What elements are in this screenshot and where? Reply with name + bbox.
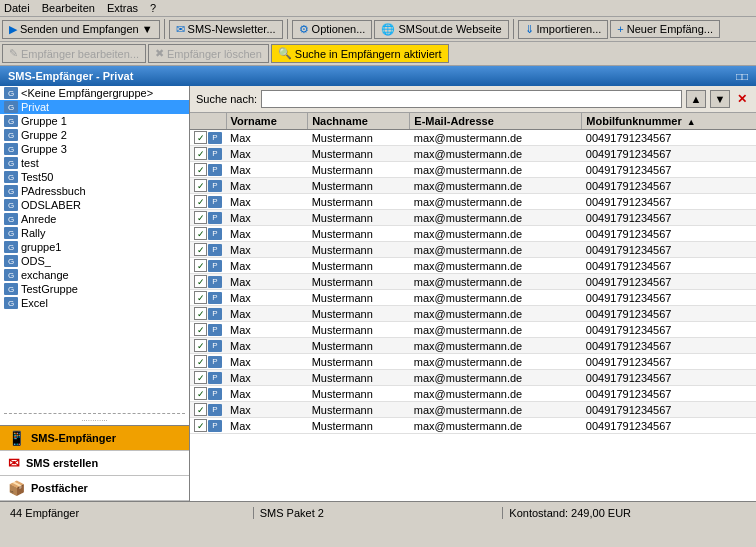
group-icon: G	[4, 87, 18, 99]
table-row[interactable]: ✓ P MaxMustermannmax@mustermann.de004917…	[190, 162, 756, 178]
cell-1: Mustermann	[308, 322, 410, 338]
row-checkbox[interactable]: ✓	[194, 323, 207, 336]
table-row[interactable]: ✓ P MaxMustermannmax@mustermann.de004917…	[190, 194, 756, 210]
optionen-button[interactable]: ⚙ Optionen...	[292, 20, 373, 39]
nav-sms-erstellen[interactable]: ✉ SMS erstellen	[0, 451, 189, 476]
row-checkbox[interactable]: ✓	[194, 227, 207, 240]
sidebar-item-gruppe1[interactable]: G Gruppe 1	[0, 114, 189, 128]
cell-0: Max	[226, 386, 308, 402]
table-row[interactable]: ✓ P MaxMustermannmax@mustermann.de004917…	[190, 418, 756, 434]
row-checkbox[interactable]: ✓	[194, 403, 207, 416]
row-checkbox[interactable]: ✓	[194, 339, 207, 352]
row-checkbox[interactable]: ✓	[194, 243, 207, 256]
row-checkbox[interactable]: ✓	[194, 163, 207, 176]
table-row[interactable]: ✓ P MaxMustermannmax@mustermann.de004917…	[190, 386, 756, 402]
row-checkbox[interactable]: ✓	[194, 259, 207, 272]
table-row[interactable]: ✓ P MaxMustermannmax@mustermann.de004917…	[190, 242, 756, 258]
menu-help[interactable]: ?	[150, 2, 156, 14]
row-checkbox[interactable]: ✓	[194, 211, 207, 224]
table-row[interactable]: ✓ P MaxMustermannmax@mustermann.de004917…	[190, 274, 756, 290]
col-header-mobilfunk[interactable]: Mobilfunknummer ▲	[582, 113, 756, 130]
search-input[interactable]	[261, 90, 682, 108]
group-icon: G	[4, 297, 18, 309]
menu-datei[interactable]: Datei	[4, 2, 30, 14]
send-receive-button[interactable]: ▶ Senden und Empfangen ▼	[2, 20, 160, 39]
sidebar-item-gruppe3[interactable]: G Gruppe 3	[0, 142, 189, 156]
person-icon: P	[208, 164, 222, 176]
main-area: G <Keine Empfängergruppe> G Privat G Gru…	[0, 86, 756, 501]
empfaenger-bearbeiten-button[interactable]: ✎ Empfänger bearbeiten...	[2, 44, 146, 63]
table-row[interactable]: ✓ P MaxMustermannmax@mustermann.de004917…	[190, 370, 756, 386]
sidebar-item-exchange[interactable]: G exchange	[0, 268, 189, 282]
table-row[interactable]: ✓ P MaxMustermannmax@mustermann.de004917…	[190, 338, 756, 354]
importieren-button[interactable]: ⇓ Importieren...	[518, 20, 609, 39]
col-header-vorname[interactable]: Vorname	[226, 113, 308, 130]
table-row[interactable]: ✓ P MaxMustermannmax@mustermann.de004917…	[190, 226, 756, 242]
row-checkbox[interactable]: ✓	[194, 179, 207, 192]
cell-1: Mustermann	[308, 242, 410, 258]
group-icon: G	[4, 241, 18, 253]
sidebar-item-test50[interactable]: G Test50	[0, 170, 189, 184]
person-icon: P	[208, 148, 222, 160]
person-icon: P	[208, 228, 222, 240]
col-header-nachname[interactable]: Nachname	[308, 113, 410, 130]
cell-3: 00491791234567	[582, 370, 756, 386]
table-row[interactable]: ✓ P MaxMustermannmax@mustermann.de004917…	[190, 258, 756, 274]
status-kontostand: Kontostand: 249,00 EUR	[503, 507, 752, 519]
table-row[interactable]: ✓ P MaxMustermannmax@mustermann.de004917…	[190, 306, 756, 322]
col-header-checkbox[interactable]	[190, 113, 226, 130]
row-checkbox[interactable]: ✓	[194, 147, 207, 160]
search-next-button[interactable]: ▼	[710, 90, 730, 108]
search-close-button[interactable]: ✕	[734, 91, 750, 107]
cell-0: Max	[226, 402, 308, 418]
row-checkbox[interactable]: ✓	[194, 419, 207, 432]
table-row[interactable]: ✓ P MaxMustermannmax@mustermann.de004917…	[190, 210, 756, 226]
suche-aktiviert-button[interactable]: 🔍 Suche in Empfängern aktiviert	[271, 44, 449, 63]
sidebar-item-rally[interactable]: G Rally	[0, 226, 189, 240]
row-checkbox[interactable]: ✓	[194, 131, 207, 144]
sidebar-item-gruppe1-lower[interactable]: G gruppe1	[0, 240, 189, 254]
table-row[interactable]: ✓ P MaxMustermannmax@mustermann.de004917…	[190, 290, 756, 306]
search-prev-button[interactable]: ▲	[686, 90, 706, 108]
cell-3: 00491791234567	[582, 290, 756, 306]
nav-buttons: 📱 SMS-Empfänger ✉ SMS erstellen 📦 Postfä…	[0, 425, 189, 501]
row-checkbox[interactable]: ✓	[194, 371, 207, 384]
row-checkbox[interactable]: ✓	[194, 275, 207, 288]
sidebar-item-gruppe2[interactable]: G Gruppe 2	[0, 128, 189, 142]
sms-newsletter-button[interactable]: ✉ SMS-Newsletter...	[169, 20, 283, 39]
row-checkbox[interactable]: ✓	[194, 355, 207, 368]
menu-bearbeiten[interactable]: Bearbeiten	[42, 2, 95, 14]
cell-1: Mustermann	[308, 354, 410, 370]
sidebar-item-privat[interactable]: G Privat	[0, 100, 189, 114]
neuer-empfaenger-button[interactable]: + Neuer Empfäng...	[610, 20, 720, 38]
row-checkbox[interactable]: ✓	[194, 195, 207, 208]
table-row[interactable]: ✓ P MaxMustermannmax@mustermann.de004917…	[190, 322, 756, 338]
table-row[interactable]: ✓ P MaxMustermannmax@mustermann.de004917…	[190, 178, 756, 194]
nav-postfaecher[interactable]: 📦 Postfächer	[0, 476, 189, 501]
table-row[interactable]: ✓ P MaxMustermannmax@mustermann.de004917…	[190, 146, 756, 162]
sidebar-item-ods[interactable]: G ODS_	[0, 254, 189, 268]
table-row[interactable]: ✓ P MaxMustermannmax@mustermann.de004917…	[190, 354, 756, 370]
row-checkbox[interactable]: ✓	[194, 307, 207, 320]
cell-1: Mustermann	[308, 258, 410, 274]
sidebar-item-no-group[interactable]: G <Keine Empfängergruppe>	[0, 86, 189, 100]
row-checkbox[interactable]: ✓	[194, 291, 207, 304]
cell-0: Max	[226, 306, 308, 322]
empfaenger-loeschen-button[interactable]: ✖ Empfänger löschen	[148, 44, 269, 63]
col-header-email[interactable]: E-Mail-Adresse	[410, 113, 582, 130]
sidebar-item-test[interactable]: G test	[0, 156, 189, 170]
smssout-button[interactable]: 🌐 SMSout.de Webseite	[374, 20, 508, 39]
cell-3: 00491791234567	[582, 162, 756, 178]
sidebar-item-padressbuch[interactable]: G PAdressbuch	[0, 184, 189, 198]
sidebar-item-testgruppe[interactable]: G TestGruppe	[0, 282, 189, 296]
row-checkbox[interactable]: ✓	[194, 387, 207, 400]
table-row[interactable]: ✓ P MaxMustermannmax@mustermann.de004917…	[190, 402, 756, 418]
status-paket: SMS Paket 2	[254, 507, 504, 519]
cell-3: 00491791234567	[582, 130, 756, 146]
sidebar-item-odslaber[interactable]: G ODSLABER	[0, 198, 189, 212]
table-row[interactable]: ✓ P MaxMustermannmax@mustermann.de004917…	[190, 130, 756, 146]
nav-sms-empfaenger[interactable]: 📱 SMS-Empfänger	[0, 426, 189, 451]
menu-extras[interactable]: Extras	[107, 2, 138, 14]
sidebar-item-anrede[interactable]: G Anrede	[0, 212, 189, 226]
sidebar-item-excel[interactable]: G Excel	[0, 296, 189, 310]
